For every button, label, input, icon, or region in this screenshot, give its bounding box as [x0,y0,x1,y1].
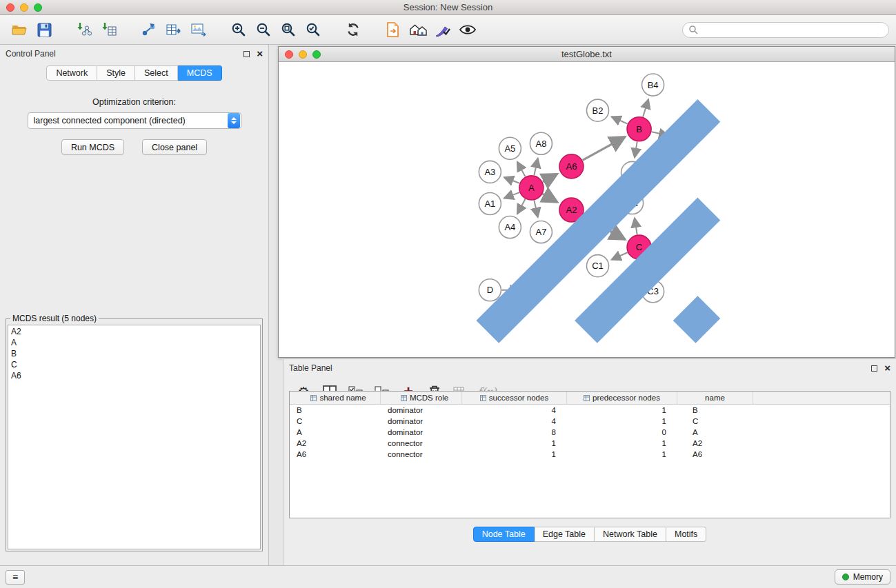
table-cell: 4 [462,406,567,414]
table-cell: 0 [567,428,677,436]
tab-node-table[interactable]: Node Table [473,527,535,542]
document-arrow-icon [386,22,400,37]
first-neighbors-button[interactable] [381,19,406,41]
table-row[interactable]: Cdominator41C [290,416,890,427]
export-image-button[interactable] [186,19,211,41]
apply-style-button[interactable] [430,19,455,41]
run-mcds-button[interactable]: Run MCDS [61,139,124,155]
search-input[interactable] [701,25,883,34]
table-cell: 1 [462,450,567,458]
home-button[interactable] [406,19,430,41]
column-header-successor-nodes[interactable]: successor nodes [462,392,567,404]
selected-criterion: largest connected component (directed) [28,116,228,125]
export-network-icon [141,22,157,37]
result-item[interactable]: A [8,337,260,348]
optimization-criterion-label: Optimization criterion: [0,97,268,107]
memory-button[interactable]: Memory [835,569,890,585]
table-cell: 1 [567,406,677,414]
close-panel-icon[interactable]: × [257,50,263,57]
table-row[interactable]: A2connector11A2 [290,438,890,449]
table-cell: C [290,417,381,425]
houses-icon [409,22,427,37]
zoom-window-button[interactable] [34,3,42,12]
table-row[interactable]: Bdominator41B [290,405,890,416]
titlebar: Session: New Session [0,0,896,15]
tab-style[interactable]: Style [97,65,135,81]
open-session-button[interactable] [7,19,32,41]
memory-label: Memory [853,572,883,582]
table-row[interactable]: Adominator80A [290,427,890,438]
tab-network-table[interactable]: Network Table [595,527,666,542]
optimization-criterion-select[interactable]: largest connected component (directed) [28,112,241,129]
show-hide-graphics-button[interactable] [455,19,480,41]
export-table-button[interactable] [161,19,186,41]
main-toolbar [0,15,896,45]
column-header-mcds-role[interactable]: MCDS role [381,392,462,404]
tab-select[interactable]: Select [135,65,178,81]
tab-mcds[interactable]: MCDS [178,65,222,81]
close-window-button[interactable] [6,3,14,12]
mcds-result-title: MCDS result (5 nodes) [10,314,99,323]
network-zoom-button[interactable] [312,50,321,59]
refresh-icon [346,22,361,37]
table-cell: connector [381,439,462,447]
table-panel: Table Panel × ⚙ + [283,358,896,565]
network-close-button[interactable] [285,50,293,59]
import-network-button[interactable] [72,19,97,41]
close-table-panel-icon[interactable]: × [884,365,890,372]
table-cell: 1 [567,450,677,458]
refresh-view-button[interactable] [341,19,366,41]
application-window: Session: New Session [0,0,896,588]
table-cell: A [290,428,381,436]
result-item[interactable]: A2 [8,326,260,337]
node-table: shared name MCDS role successor nodes pr… [289,391,890,518]
header-filler [753,392,890,404]
control-panel-tabs: Network Style Select MCDS [0,65,268,81]
network-window-title: testGlobe.txt [279,49,895,59]
import-table-button[interactable] [97,19,121,41]
resize-grip-icon[interactable] [278,61,894,356]
close-panel-button[interactable]: Close panel [142,139,207,155]
float-panel-icon[interactable] [243,51,250,57]
search-icon [688,25,698,34]
table-cell: A2 [290,439,381,447]
minimize-window-button[interactable] [20,3,28,12]
zoom-in-button[interactable] [226,19,251,41]
zoom-selected-button[interactable] [301,19,326,41]
zoom-out-button[interactable] [251,19,276,41]
table-cell: A [677,428,753,436]
export-network-button[interactable] [137,19,161,41]
tab-edge-table[interactable]: Edge Table [535,527,595,542]
toolbar-search [682,22,889,38]
table-cell: B [290,406,381,414]
column-header-name[interactable]: name [677,392,753,404]
attribute-icon [310,395,317,401]
column-header-predecessor-nodes[interactable]: predecessor nodes [567,392,677,404]
result-item[interactable]: A6 [8,370,260,381]
zoom-selected-icon [306,22,321,37]
table-cell: dominator [381,406,462,414]
result-item[interactable]: B [8,348,260,359]
import-table-icon [101,22,117,37]
column-header-shared-name[interactable]: shared name [290,392,381,404]
network-minimize-button[interactable] [299,50,307,59]
task-history-button[interactable]: ≡ [6,570,25,585]
table-row[interactable]: A6connector11A6 [290,449,890,460]
network-window-titlebar: testGlobe.txt [279,47,895,62]
tab-network[interactable]: Network [46,65,97,81]
table-cell: A6 [677,450,753,458]
mcds-result-list[interactable]: A2ABCA6 [8,325,261,549]
network-window-controls [285,50,321,59]
tab-motifs[interactable]: Motifs [666,527,706,542]
brush-check-icon [435,22,451,37]
network-canvas[interactable]: AA2A6BCA1A3A4A5A7A8B1B2B3B4C1C2C3C4DD1 [279,62,895,357]
mcds-result-box: MCDS result (5 nodes) A2ABCA6 [6,314,263,551]
save-session-button[interactable] [32,19,57,41]
zoom-fit-button[interactable] [276,19,301,41]
table-cell: 1 [462,439,567,447]
float-table-panel-icon[interactable] [871,365,877,372]
result-item[interactable]: C [8,359,260,370]
attribute-icon [584,395,590,401]
table-cell: 4 [462,417,567,425]
zoom-fit-icon [281,22,296,37]
